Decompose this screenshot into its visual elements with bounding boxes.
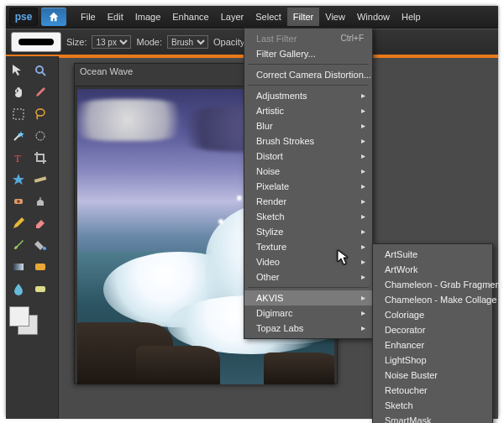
menu-item-topaz-labs[interactable]: Topaz Labs [244, 321, 372, 336]
size-label: Size: [66, 37, 87, 47]
home-button[interactable] [41, 8, 66, 26]
menu-enhance[interactable]: Enhance [166, 8, 214, 26]
paint-bucket-tool[interactable] [31, 236, 50, 254]
title-bar: pse File Edit Image Enhance Layer Select… [6, 6, 498, 29]
menu-image[interactable]: Image [129, 8, 167, 26]
menu-filter[interactable]: Filter [287, 8, 319, 26]
menu-item-video[interactable]: Video [244, 254, 372, 269]
submenu-item-enhancer[interactable]: Enhancer [373, 337, 492, 352]
zoom-tool[interactable] [31, 61, 50, 80]
menu-select[interactable]: Select [249, 8, 287, 26]
sponge-tool[interactable] [31, 279, 50, 298]
menu-item-last-filter: Last FilterCtrl+F [244, 31, 372, 46]
submenu-item-chameleon-collage[interactable]: Chameleon - Make Collage [373, 292, 492, 307]
menu-item-distort[interactable]: Distort [244, 149, 372, 164]
shape-tool[interactable] [31, 258, 50, 276]
svg-point-10 [43, 247, 46, 250]
menu-window[interactable]: Window [351, 8, 396, 26]
menu-item-texture[interactable]: Texture [244, 239, 372, 254]
submenu-item-coloriage[interactable]: Coloriage [373, 307, 492, 322]
svg-rect-7 [34, 176, 47, 182]
brush-tool[interactable] [9, 236, 28, 254]
menu-item-artistic[interactable]: Artistic [244, 103, 372, 118]
eyedropper-tool[interactable] [31, 83, 50, 102]
menu-item-stylize[interactable]: Stylize [244, 224, 372, 239]
brush-preview[interactable] [11, 32, 61, 52]
submenu-item-artwork[interactable]: ArtWork [373, 262, 492, 277]
submenu-item-decorator[interactable]: Decorator [373, 322, 492, 337]
straighten-tool[interactable] [31, 170, 50, 189]
submenu-item-smartmask[interactable]: SmartMask [373, 413, 492, 423]
menu-item-adjustments[interactable]: Adjustments [244, 88, 372, 103]
submenu-item-chameleon-grab[interactable]: Chameleon - Grab Fragment [373, 277, 492, 292]
tool-palette: T [6, 56, 59, 419]
menu-item-other[interactable]: Other [244, 269, 372, 285]
svg-rect-2 [13, 109, 24, 119]
selection-brush-tool[interactable] [31, 127, 50, 145]
svg-rect-9 [39, 197, 41, 200]
clone-tool[interactable] [31, 192, 50, 211]
svg-line-1 [42, 72, 45, 76]
menu-item-akvis[interactable]: AKVIS [244, 290, 372, 306]
menu-layer[interactable]: Layer [215, 8, 250, 26]
gradient-tool[interactable] [9, 258, 28, 276]
blur-tool[interactable] [9, 279, 28, 298]
menu-item-correct-camera[interactable]: Correct Camera Distortion... [244, 67, 372, 82]
menu-edit[interactable]: Edit [102, 8, 129, 26]
mode-label: Mode: [136, 37, 162, 47]
type-tool[interactable]: T [9, 149, 28, 167]
menu-view[interactable]: View [319, 8, 351, 26]
submenu-item-retoucher[interactable]: Retoucher [373, 383, 492, 398]
menu-item-blur[interactable]: Blur [244, 118, 372, 133]
hand-tool[interactable] [9, 83, 28, 102]
app-logo: pse [9, 8, 38, 26]
marquee-tool[interactable] [9, 105, 28, 123]
eraser-tool[interactable] [31, 214, 50, 232]
filter-menu: Last FilterCtrl+F Filter Gallery... Corr… [244, 28, 373, 339]
menu-item-filter-gallery[interactable]: Filter Gallery... [244, 46, 372, 61]
submenu-item-sketch[interactable]: Sketch [373, 398, 492, 413]
color-swatches[interactable] [9, 306, 38, 335]
crop-tool[interactable] [31, 149, 50, 167]
svg-point-0 [36, 66, 43, 73]
menu-item-sketch[interactable]: Sketch [244, 209, 372, 224]
svg-rect-13 [35, 286, 45, 292]
submenu-item-noise-buster[interactable]: Noise Buster [373, 368, 492, 383]
lasso-tool[interactable] [31, 105, 50, 123]
opacity-label: Opacity: [213, 37, 247, 47]
svg-point-5 [36, 132, 45, 140]
menu-item-digimarc[interactable]: Digimarc [244, 306, 372, 321]
svg-text:T: T [14, 152, 21, 164]
menu-item-render[interactable]: Render [244, 194, 372, 209]
heal-tool[interactable] [9, 192, 28, 211]
svg-rect-12 [35, 264, 45, 270]
submenu-item-artsuite[interactable]: ArtSuite [373, 247, 492, 262]
mode-field[interactable]: Brush [167, 35, 208, 49]
submenu-item-lightshop[interactable]: LightShop [373, 352, 492, 368]
magic-wand-tool[interactable] [9, 127, 28, 145]
menu-help[interactable]: Help [396, 8, 427, 26]
menu-item-pixelate[interactable]: Pixelate [244, 179, 372, 194]
menu-item-noise[interactable]: Noise [244, 164, 372, 179]
menu-file[interactable]: File [75, 8, 102, 26]
svg-rect-11 [13, 264, 24, 270]
cookie-cutter-tool[interactable] [9, 170, 28, 189]
pencil-tool[interactable] [9, 214, 28, 232]
foreground-color-swatch[interactable] [9, 306, 29, 326]
move-tool[interactable] [9, 61, 28, 80]
menu-bar: File Edit Image Enhance Layer Select Fil… [75, 8, 427, 26]
menu-item-brush-strokes[interactable]: Brush Strokes [244, 133, 372, 149]
akvis-submenu: ArtSuite ArtWork Chameleon - Grab Fragme… [372, 243, 493, 423]
mouse-cursor-icon [337, 249, 350, 269]
size-field[interactable]: 13 px [92, 35, 131, 49]
